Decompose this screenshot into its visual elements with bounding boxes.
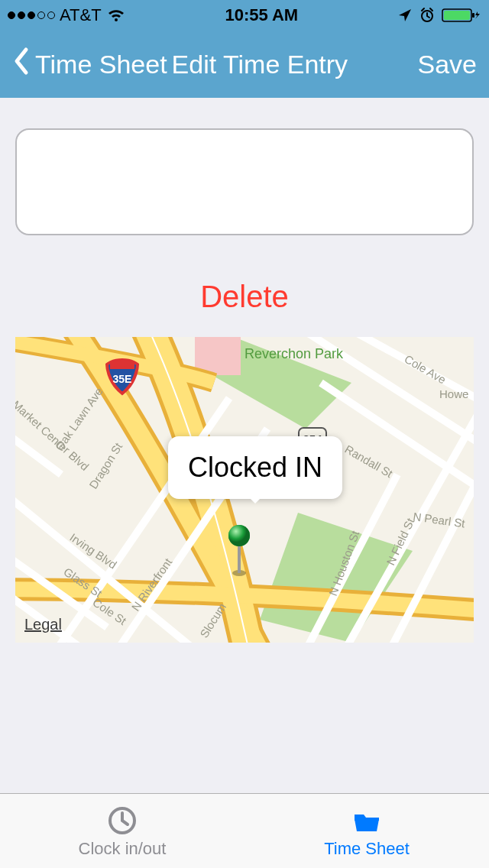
delete-button[interactable]: Delete: [15, 280, 474, 314]
tab-label: Clock in/out: [79, 839, 167, 859]
callout-text: Clocked IN: [188, 452, 322, 483]
map-pin-icon[interactable]: [226, 524, 252, 581]
wifi-icon: [106, 8, 126, 23]
note-input[interactable]: [15, 128, 474, 235]
tab-time-sheet[interactable]: Time Sheet: [244, 794, 489, 868]
tab-label: Time Sheet: [324, 839, 410, 859]
content-area: Delete: [0, 98, 489, 793]
svg-rect-3: [472, 13, 474, 18]
tab-clock-in-out[interactable]: Clock in/out: [0, 794, 244, 868]
battery-icon: [442, 7, 481, 24]
svg-rect-2: [444, 11, 470, 20]
back-label: Time Sheet: [35, 50, 167, 79]
status-time: 10:55 AM: [225, 5, 298, 25]
map-legal-link[interactable]: Legal: [24, 616, 62, 633]
svg-point-27: [228, 525, 250, 546]
svg-text:Reverchon Park: Reverchon Park: [244, 346, 344, 361]
nav-bar: Time Sheet Edit Time Entry Save: [0, 31, 489, 98]
svg-text:35E: 35E: [113, 373, 132, 385]
page-title: Edit Time Entry: [167, 50, 418, 79]
map-view[interactable]: Reverchon Park Cole Ave Howe Randall St …: [15, 337, 474, 643]
carrier-label: AT&T: [60, 5, 102, 25]
status-bar: AT&T 10:55 AM: [0, 0, 489, 31]
signal-strength-icon: [8, 11, 55, 19]
clock-icon: [105, 804, 139, 837]
status-right: [397, 7, 481, 24]
map-callout[interactable]: Clocked IN: [168, 436, 342, 499]
alarm-icon: [419, 7, 436, 24]
tab-bar: Clock in/out Time Sheet: [0, 793, 489, 868]
status-left: AT&T: [8, 5, 126, 25]
back-button[interactable]: Time Sheet: [12, 47, 167, 82]
svg-text:Howe: Howe: [439, 387, 468, 400]
chevron-left-icon: [12, 47, 29, 82]
folder-icon: [350, 804, 384, 837]
save-button[interactable]: Save: [418, 50, 478, 79]
location-icon: [397, 8, 413, 23]
